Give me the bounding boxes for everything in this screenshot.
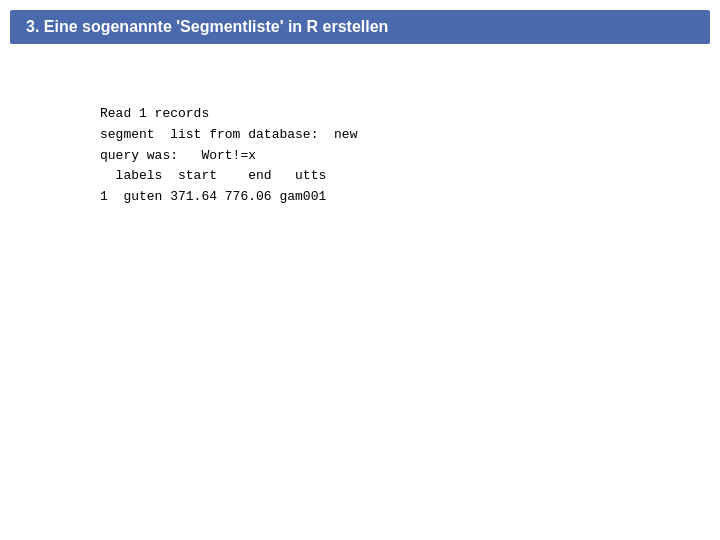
- code-output: Read 1 records segment list from databas…: [100, 104, 660, 208]
- section-title: 3. Eine sogenannte 'Segmentliste' in R e…: [10, 10, 710, 44]
- content-area: Read 1 records segment list from databas…: [0, 64, 720, 228]
- page: 3. Eine sogenannte 'Segmentliste' in R e…: [0, 10, 720, 540]
